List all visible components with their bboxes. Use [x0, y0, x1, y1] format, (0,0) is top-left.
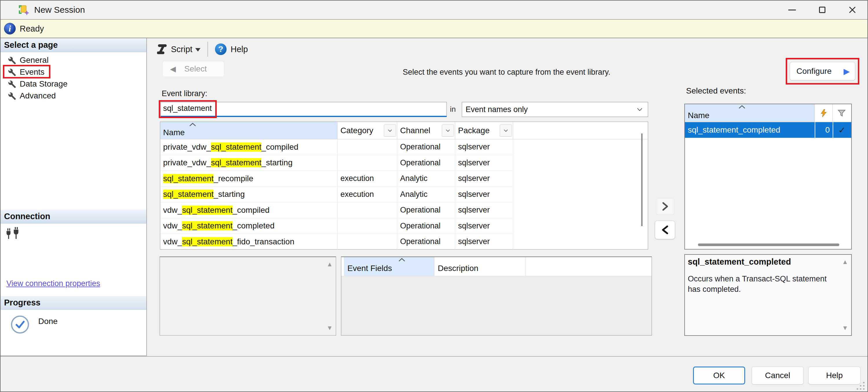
event-row[interactable]: sql_statement_starting execution Analyti…: [160, 187, 513, 203]
selected-events-label: Selected events:: [686, 86, 746, 96]
toolbar-help-button[interactable]: Help: [230, 44, 248, 54]
event-row[interactable]: vdw_sql_statement_compiled Operational s…: [160, 202, 513, 218]
scroll-up-icon[interactable]: ▲: [842, 259, 848, 265]
description-scrollbar[interactable]: ▲ ▼: [841, 255, 849, 335]
selected-events-header: Name: [685, 104, 851, 122]
connection-header: Connection: [1, 209, 146, 224]
column-header-channel[interactable]: Channel: [397, 122, 455, 139]
search-scope-dropdown[interactable]: Event names only: [462, 102, 648, 117]
panel-scrollbar[interactable]: ▲ ▼: [326, 257, 334, 335]
event-fields-panel: Event Fields Description: [341, 257, 652, 335]
select-a-page-header: Select a page: [1, 38, 146, 52]
cancel-button[interactable]: Cancel: [751, 366, 804, 385]
toolbar-separator: [208, 42, 208, 57]
column-header-name[interactable]: Name: [160, 122, 338, 139]
wrench-icon: [7, 67, 16, 77]
column-header-category[interactable]: Category: [338, 122, 397, 139]
package-filter-button[interactable]: [500, 125, 512, 137]
search-match-highlight: sql_statement: [182, 205, 232, 215]
selected-events-horizontal-scrollbar[interactable]: [698, 243, 839, 246]
back-arrow-icon: ◀: [170, 65, 176, 73]
scroll-down-icon[interactable]: ▼: [327, 325, 333, 331]
channel-filter-button[interactable]: [442, 125, 454, 137]
search-match-highlight: sql_statement: [211, 142, 261, 152]
close-button[interactable]: [837, 1, 867, 19]
header-spacer: [341, 257, 344, 276]
search-match-highlight: sql_statement: [182, 237, 232, 247]
chevron-right-icon: [661, 202, 669, 211]
header-filler: [526, 257, 652, 276]
add-event-button[interactable]: [656, 198, 675, 215]
chevron-left-icon: [661, 225, 669, 235]
event-library-label: Event library:: [162, 89, 208, 98]
select-page-button[interactable]: ◀ Select: [162, 61, 224, 77]
wrench-icon: [7, 91, 16, 100]
library-vertical-scrollbar[interactable]: [641, 133, 643, 226]
lightning-bolt-icon: [820, 109, 827, 118]
event-row[interactable]: vdw_sql_statement_fido_transaction Opera…: [160, 234, 513, 250]
search-match-highlight: sql_statement: [163, 190, 214, 199]
help-question-icon: ?: [215, 43, 226, 55]
configure-button[interactable]: Configure ▶: [790, 62, 855, 80]
minimize-icon: [788, 9, 796, 10]
event-row[interactable]: private_vdw_sql_statement_compiled Opera…: [160, 139, 513, 155]
header-filler: [513, 122, 648, 139]
column-header-package[interactable]: Package: [455, 122, 513, 139]
script-scroll-icon: [157, 43, 167, 55]
info-icon: i: [4, 23, 16, 34]
close-icon: [848, 6, 857, 14]
done-check-icon: [11, 316, 29, 333]
help-button[interactable]: Help: [808, 366, 861, 385]
event-row[interactable]: private_vdw_sql_statement_starting Opera…: [160, 155, 513, 171]
maximize-icon: [819, 7, 826, 13]
column-header-event-fields[interactable]: Event Fields: [344, 257, 434, 276]
sort-ascending-caret-icon: [739, 105, 745, 109]
scroll-down-icon[interactable]: ▼: [842, 325, 848, 331]
column-header-name[interactable]: Name: [685, 104, 815, 122]
new-session-dialog: New Session i Ready Select a page Genera…: [0, 0, 868, 392]
sort-ascending-caret-icon: [189, 123, 196, 127]
progress-status-row: Done: [11, 316, 58, 333]
maximize-button[interactable]: [807, 1, 837, 19]
event-row[interactable]: sql_statement_recompile execution Analyt…: [160, 171, 513, 187]
instruction-text: Select the events you want to capture fr…: [403, 68, 611, 77]
event-row[interactable]: vdw_sql_statement_completed Operational …: [160, 218, 513, 234]
column-header-filter[interactable]: [833, 104, 850, 122]
minimize-button[interactable]: [777, 1, 807, 19]
event-library-table: Name Category Channel Package: [160, 122, 648, 250]
selected-events-table: Name sql_statement_completed 0 ✓: [684, 104, 852, 250]
script-dropdown-caret-icon[interactable]: [195, 48, 200, 52]
progress-header: Progress: [1, 296, 146, 310]
new-session-app-icon: [19, 4, 30, 15]
sidebar-item-events[interactable]: Events: [1, 66, 146, 78]
sidebar-item-data-storage[interactable]: Data Storage: [1, 78, 146, 90]
event-library-search-input[interactable]: [160, 102, 447, 117]
library-table-header: Name Category Channel Package: [160, 122, 648, 139]
check-icon: ✓: [833, 122, 850, 138]
window-controls: [777, 1, 867, 19]
category-filter-button[interactable]: [384, 125, 396, 137]
search-match-highlight: sql_statement: [163, 174, 214, 183]
scroll-up-icon[interactable]: ▲: [327, 261, 333, 267]
event-description-panel: sql_statement_completed Occurs when a Tr…: [684, 254, 852, 336]
event-description-text: Occurs when a Transact-SQL statement has…: [688, 274, 830, 294]
sidebar-item-general[interactable]: General: [1, 55, 146, 66]
search-match-highlight: sql_statement: [182, 221, 232, 230]
view-connection-properties-link[interactable]: View connection properties: [6, 279, 100, 288]
ok-button[interactable]: OK: [693, 366, 745, 385]
selected-event-row[interactable]: sql_statement_completed 0 ✓: [685, 122, 851, 138]
remove-event-button[interactable]: [655, 221, 675, 239]
chevron-down-icon: [445, 129, 450, 132]
connection-plugs-icon: [5, 227, 20, 240]
wrench-icon: [7, 56, 16, 65]
sidebar: Select a page General Events Data Storag…: [1, 38, 147, 356]
sidebar-item-advanced[interactable]: Advanced: [1, 90, 146, 102]
resize-grip[interactable]: [855, 381, 865, 390]
column-header-description[interactable]: Description: [434, 257, 526, 276]
script-button[interactable]: Script: [171, 44, 192, 54]
event-search-results-panel: ▲ ▼: [160, 257, 336, 335]
progress-status-text: Done: [38, 317, 58, 326]
status-text: Ready: [20, 24, 44, 34]
wrench-icon: [7, 79, 16, 89]
column-header-event-count[interactable]: [815, 104, 833, 122]
